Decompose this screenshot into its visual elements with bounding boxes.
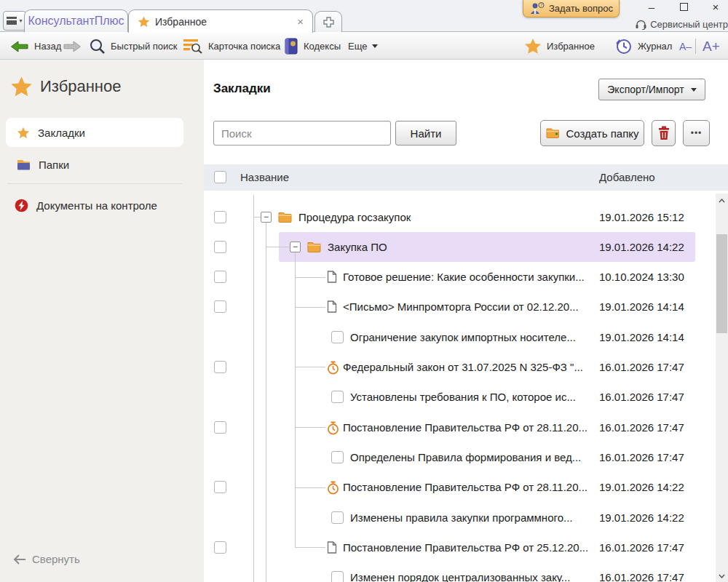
table-row[interactable]: Федеральный закон от 31.07.2025 N 325-ФЗ…	[204, 352, 728, 382]
row-label: Постановление Правительства РФ от 25.12.…	[343, 533, 588, 562]
table-row[interactable]: Изменены правила закупки программного...…	[204, 503, 728, 533]
row-date: 10.10.2024 13:30	[599, 262, 684, 292]
note-checkbox[interactable]	[331, 511, 344, 524]
table-row[interactable]: Определены Правила формирования и вед...…	[204, 442, 728, 472]
row-checkbox[interactable]	[214, 421, 226, 434]
favorites-button[interactable]: Избранное	[524, 33, 595, 60]
row-date: 16.01.2026 17:47	[599, 352, 684, 382]
folder-icon	[278, 211, 292, 226]
sidebar-item-label: Документы на контроле	[36, 199, 157, 212]
font-decrease-button[interactable]: A–	[679, 33, 692, 60]
collapse-expander-icon[interactable]: −	[261, 212, 272, 223]
sidebar-item-label: Закладки	[38, 127, 85, 139]
quick-search-label: Быстрый поиск	[111, 41, 178, 52]
note-checkbox[interactable]	[331, 331, 344, 343]
table-row[interactable]: Постановление Правительства РФ от 25.12.…	[204, 533, 728, 562]
minimize-button[interactable]: –	[645, 1, 658, 13]
pending-clock-icon	[327, 361, 339, 378]
row-date: 16.01.2026 17:47	[599, 412, 684, 442]
folder-plus-icon	[546, 127, 561, 140]
star-icon	[17, 127, 30, 139]
toolbar: Назад Быстрый поиск Карточка поиска Коде…	[0, 33, 728, 60]
table-row[interactable]: Постановление Правительства РФ от 28.11.…	[204, 412, 728, 442]
journal-label: Журнал	[638, 41, 672, 52]
table-row[interactable]: Установлены требования к ПО, которое ис.…	[204, 382, 728, 412]
row-checkbox[interactable]	[214, 481, 226, 493]
row-date: 16.01.2026 17:47	[599, 533, 684, 562]
row-label: Постановление Правительства РФ от 28.11.…	[343, 412, 587, 442]
row-date: 16.01.2026 17:47	[599, 442, 684, 472]
note-checkbox[interactable]	[331, 571, 344, 582]
create-folder-button[interactable]: Создать папку	[540, 120, 644, 146]
sidebar-divider	[7, 183, 182, 184]
row-date: 19.01.2026 14:14	[599, 292, 684, 322]
new-tab-button[interactable]	[314, 11, 342, 32]
table-row[interactable]: Готовое решение: Какие особенности закуп…	[204, 262, 728, 292]
close-button[interactable]: ×	[709, 1, 722, 13]
row-label: Ограничение закупок импортных носителе..…	[350, 322, 576, 352]
table-row[interactable]: −Процедура госзакупок19.01.2026 15:12	[204, 202, 728, 232]
table-row[interactable]: Изменен порядок централизованных заку...…	[204, 562, 728, 582]
forward-button[interactable]	[63, 33, 82, 60]
document-icon	[327, 300, 337, 316]
sidebar-item-folders[interactable]: Папки	[6, 150, 183, 179]
search-card-button[interactable]: Карточка поиска	[183, 33, 280, 60]
table-row[interactable]: <Письмо> Минпромторга России от 02.12.20…	[204, 292, 728, 322]
row-checkbox[interactable]	[214, 271, 226, 283]
more-label: Еще	[348, 41, 367, 52]
row-label: Определены Правила формирования и вед...	[350, 442, 581, 472]
table-row[interactable]: Ограничение закупок импортных носителе..…	[204, 322, 728, 352]
back-button[interactable]: Назад	[10, 33, 61, 60]
control-lightning-icon	[15, 199, 28, 212]
document-icon	[327, 271, 337, 286]
ask-question-button[interactable]: ? Задать вопрос	[523, 0, 620, 17]
search-input[interactable]	[213, 121, 391, 146]
row-checkbox[interactable]	[214, 300, 226, 313]
table-row[interactable]: −Закупка ПО19.01.2026 14:22	[204, 232, 728, 262]
collapse-expander-icon[interactable]: −	[290, 242, 301, 252]
trash-icon	[658, 126, 670, 140]
forward-arrow-icon	[63, 39, 82, 54]
search-card-label: Карточка поиска	[208, 41, 280, 52]
codes-button[interactable]: Кодексы	[284, 33, 341, 60]
more-actions-button[interactable]: •••	[683, 120, 710, 146]
quick-search-button[interactable]: Быстрый поиск	[89, 33, 178, 60]
sidebar: Избранное Закладки Папки Документы на ко…	[0, 60, 204, 582]
row-date: 19.01.2026 14:22	[599, 472, 684, 502]
select-all-checkbox[interactable]	[214, 171, 226, 183]
row-label: Федеральный закон от 31.07.2025 N 325-ФЗ…	[343, 352, 583, 382]
maximize-button[interactable]	[677, 1, 690, 13]
row-label: Готовое решение: Какие особенности закуп…	[343, 262, 585, 292]
find-button[interactable]: Найти	[395, 121, 456, 146]
delete-button[interactable]	[652, 120, 676, 146]
search-card-icon	[183, 39, 203, 54]
tab-favorites[interactable]: Избранное ×	[128, 9, 313, 33]
window-controls: – ×	[645, 1, 722, 13]
note-checkbox[interactable]	[331, 391, 344, 403]
tab-close-icon[interactable]: ×	[297, 15, 304, 28]
row-checkbox[interactable]	[214, 211, 226, 223]
table-row[interactable]: Постановление Правительства РФ от 28.11.…	[204, 472, 728, 502]
history-clock-icon	[615, 38, 633, 55]
row-date: 19.01.2026 14:22	[599, 232, 684, 262]
sidebar-item-documents-on-control[interactable]: Документы на контроле	[6, 191, 183, 220]
chevron-down-icon	[691, 88, 697, 92]
row-checkbox[interactable]	[214, 361, 226, 373]
collapse-sidebar-button[interactable]: Свернуть	[13, 553, 80, 565]
font-increase-button[interactable]: A+	[703, 33, 720, 60]
row-label: Изменены правила закупки программного...	[350, 503, 572, 533]
pending-clock-icon	[327, 481, 339, 498]
service-center-link[interactable]: Сервисный центр	[635, 19, 728, 30]
back-label: Назад	[34, 41, 61, 52]
tab-bar: ▾ КонсультантПлюс Избранное × ? Задать в…	[0, 0, 728, 32]
journal-button[interactable]: Журнал	[615, 33, 672, 60]
export-import-button[interactable]: Экспорт/Импорт	[598, 79, 705, 100]
note-checkbox[interactable]	[331, 451, 344, 463]
main-menu-button[interactable]: ▾	[3, 11, 26, 31]
row-checkbox[interactable]	[214, 241, 226, 253]
sidebar-item-bookmarks[interactable]: Закладки	[6, 118, 183, 147]
row-checkbox[interactable]	[214, 541, 226, 554]
service-center-label: Сервисный центр	[650, 19, 728, 30]
tab-konsultantplus[interactable]: КонсультантПлюс	[24, 9, 128, 32]
more-menu-button[interactable]: Еще	[348, 33, 378, 60]
